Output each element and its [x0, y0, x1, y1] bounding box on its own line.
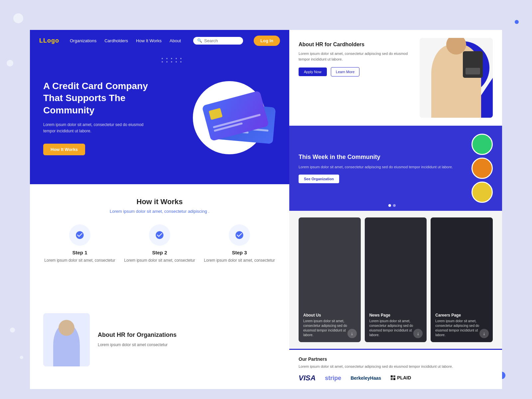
community-content: This Week in the Community Lorem ipsum d… — [299, 153, 466, 184]
nav-how-it-works[interactable]: How It Works — [136, 38, 162, 43]
partners-logos: VISA stripe BerkeleyHaas PLAID — [299, 374, 493, 382]
pages-section: About Us Lorem ipsum dolor sit amet, con… — [289, 211, 502, 349]
partners-desc: Lorem ipsum dolor sit amet, consectetur … — [299, 364, 493, 369]
avatar-3 — [471, 182, 493, 203]
dot — [176, 58, 177, 59]
step-1: Step 1 Lorem ipsum dolor sit amet, conse… — [43, 224, 116, 263]
cardholders-title: About HR for Cardholders — [299, 41, 414, 48]
step-2: Step 2 Lorem ipsum dolor sit amet, conse… — [123, 224, 196, 263]
person-image-right — [420, 38, 493, 118]
about-hr-content: About HR for Organizations Lorem ipsum d… — [98, 332, 177, 348]
nav-links: Organizations Cardholders How It Works A… — [70, 38, 183, 43]
avatar-inner — [472, 183, 492, 202]
about-hr-title: About HR for Organizations — [98, 332, 177, 338]
nav-about[interactable]: About — [170, 38, 181, 43]
about-hr-orgs-section: About HR for Organizations Lorem ipsum d… — [30, 291, 289, 389]
how-it-works-section: How it Works Lorem ipsum dolor sit amet,… — [30, 184, 289, 291]
dot — [166, 58, 168, 59]
plaid-logo: PLAID — [390, 375, 411, 381]
about-cardholders-section: About HR for Cardholders Lorem ipsum dol… — [289, 30, 502, 126]
cardholders-desc: Lorem ipsum dolor sit amet, consectetur … — [299, 51, 414, 63]
visa-logo: VISA — [299, 374, 316, 382]
bg-decoration — [13, 13, 23, 23]
left-column: LLogo Organizations Cardholders How It W… — [30, 30, 289, 389]
bg-decoration — [515, 20, 519, 24]
stripe-logo: stripe — [325, 375, 341, 382]
community-title: This Week in the Community — [299, 153, 466, 161]
card-title: About Us — [303, 313, 356, 318]
step-2-icon — [149, 224, 170, 246]
avatar-inner — [472, 159, 492, 178]
card-overlay: News Page Lorem ipsum dolor sit amet, co… — [365, 217, 427, 342]
dot — [171, 61, 172, 63]
nav-cardholders[interactable]: Cardholders — [104, 38, 128, 43]
logo: LLogo — [39, 37, 59, 44]
dot — [162, 58, 163, 59]
card-overlay: Careers Page Lorem ipsum dolor sit amet,… — [431, 217, 493, 342]
step-3-name: Step 3 — [203, 250, 276, 255]
cardholders-buttons: Apply Now Learn More — [299, 67, 414, 76]
card-title: News Page — [369, 313, 422, 318]
card-action-button[interactable]: ↓ — [413, 329, 423, 338]
about-us-card: About Us Lorem ipsum dolor sit amet, con… — [299, 217, 361, 342]
step-2-desc: Lorem ipsum dolor sit amet, consectetur — [123, 257, 196, 263]
see-organization-button[interactable]: See Organization — [299, 175, 339, 183]
step-1-name: Step 1 — [43, 250, 116, 255]
community-pagination — [388, 204, 396, 207]
step-1-icon — [69, 224, 90, 246]
svg-rect-3 — [393, 378, 395, 380]
cardholders-image — [420, 38, 493, 118]
bg-decoration — [10, 328, 15, 332]
login-button[interactable]: Log In — [254, 36, 280, 46]
search-input[interactable] — [204, 38, 239, 43]
search-box[interactable]: 🔍 — [193, 37, 243, 45]
hero-content: A Credit Card Company That Supports The … — [43, 80, 150, 156]
dots-decoration — [162, 58, 183, 63]
pagination-dot-active[interactable] — [388, 204, 391, 207]
apply-now-button[interactable]: Apply Now — [299, 67, 327, 76]
dot — [176, 61, 177, 63]
card-line — [213, 114, 261, 128]
svg-rect-1 — [393, 375, 395, 377]
community-section: This Week in the Community Lorem ipsum d… — [289, 126, 502, 211]
person-head — [59, 320, 74, 336]
hero-cta-button[interactable]: How It Works — [43, 144, 85, 155]
dot — [166, 61, 168, 63]
step-3-desc: Lorem ipsum dolor sit amet, consectetur — [203, 257, 276, 263]
hero-title: A Credit Card Company That Supports The … — [43, 80, 150, 116]
nav-organizations[interactable]: Organizations — [70, 38, 96, 43]
dot — [171, 58, 172, 59]
bg-decoration — [7, 60, 13, 66]
main-wrapper: LLogo Organizations Cardholders How It W… — [30, 30, 502, 389]
berkeley-logo: BerkeleyHaas — [350, 375, 381, 381]
card-title: Careers Page — [435, 313, 488, 318]
person-image — [43, 313, 90, 366]
learn-more-button[interactable]: Learn More — [331, 67, 359, 76]
dot — [180, 61, 182, 63]
avatar-1 — [471, 134, 493, 155]
pagination-dot[interactable] — [393, 204, 396, 207]
step-3: Step 3 Lorem ipsum dolor sit amet, conse… — [203, 224, 276, 263]
navbar: LLogo Organizations Cardholders How It W… — [30, 30, 289, 51]
community-avatars — [471, 134, 493, 203]
card-action-button[interactable]: ↓ — [347, 329, 357, 338]
partners-section: Our Partners Lorem ipsum dolor sit amet,… — [289, 349, 502, 389]
community-desc: Lorem ipsum dolor sit amet, consectetur … — [299, 164, 466, 170]
about-hr-desc: Lorem ipsum dolor sit amet consectetur — [98, 342, 177, 348]
hero-illustration — [180, 71, 279, 164]
section-title: How it Works — [43, 198, 276, 206]
news-page-card: News Page Lorem ipsum dolor sit amet, co… — [365, 217, 427, 342]
cardholders-content: About HR for Cardholders Lorem ipsum dol… — [299, 38, 414, 118]
avatar-inner — [472, 135, 492, 154]
hero-section: A Credit Card Company That Supports The … — [30, 51, 289, 184]
step-1-desc: Lorem ipsum dolor sit amet, consectetur — [43, 257, 116, 263]
avatar-2 — [471, 158, 493, 179]
svg-rect-2 — [391, 378, 393, 380]
search-icon: 🔍 — [197, 38, 202, 43]
card-action-button[interactable]: ↓ — [479, 329, 489, 338]
card-terminal — [463, 51, 483, 78]
dot — [180, 58, 182, 59]
bg-decoration — [20, 356, 23, 359]
right-column: About HR for Cardholders Lorem ipsum dol… — [289, 30, 502, 389]
dot — [162, 61, 163, 63]
